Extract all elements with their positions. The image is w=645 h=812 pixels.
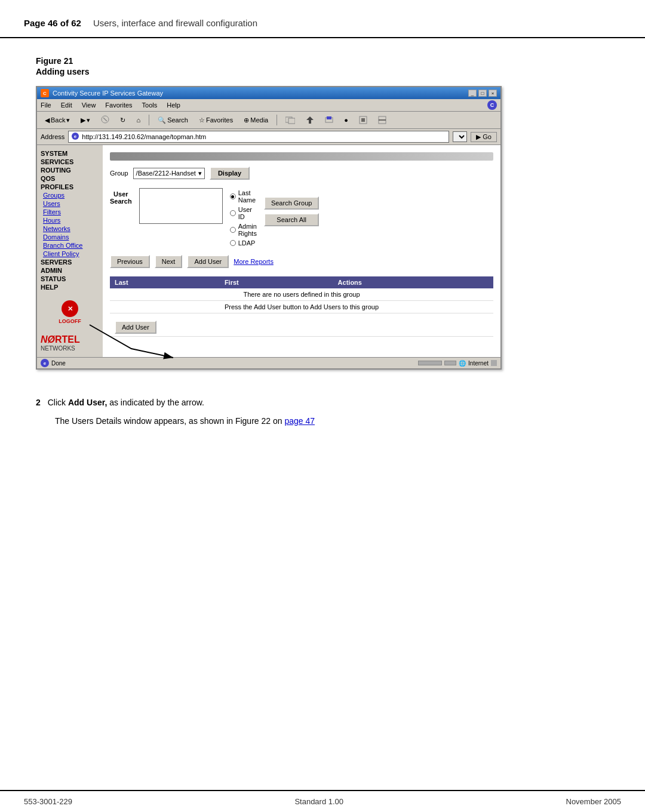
- back-arrow-icon: ◀: [45, 116, 50, 124]
- home-icon: ⌂: [136, 116, 140, 124]
- svg-text:C: C: [43, 91, 47, 96]
- nav-branch-office[interactable]: Branch Office: [41, 242, 99, 249]
- radio-dot-admin-rights: [230, 227, 236, 233]
- menu-edit[interactable]: Edit: [61, 102, 72, 109]
- figure-label: Figure 21: [36, 56, 609, 66]
- nav-buttons-row: Previous Next Add User More Reports: [110, 255, 493, 268]
- logoff-button[interactable]: ✕ LOGOFF: [41, 300, 99, 324]
- page-47-link[interactable]: page 47: [284, 416, 315, 426]
- search-area: UserSearch LastName UserID: [110, 188, 493, 247]
- col-last: Last: [110, 276, 220, 288]
- page-number: Page 46 of 62: [24, 18, 81, 28]
- nav-domains[interactable]: Domains: [41, 233, 99, 241]
- nav-admin: ADMIN: [41, 267, 99, 274]
- radio-user-id[interactable]: UserID: [230, 206, 257, 220]
- go-arrow-icon: ▶: [476, 133, 481, 141]
- address-label: Address: [41, 133, 64, 140]
- nav-profiles: PROFILES: [41, 183, 99, 190]
- menu-help[interactable]: Help: [167, 102, 180, 109]
- search-group-button[interactable]: Search Group: [264, 196, 319, 210]
- results-table: Last First Actions There are no users de…: [110, 276, 493, 337]
- footer-doc-number: 553-3001-229: [24, 797, 72, 806]
- table-row-empty-1: There are no users defined in this group: [110, 288, 493, 301]
- search-button[interactable]: 🔍 Search: [153, 115, 192, 126]
- forward-button[interactable]: ▶ ▾: [76, 115, 94, 126]
- nav-qos: QOS: [41, 175, 99, 182]
- nav-groups[interactable]: Groups: [41, 192, 99, 199]
- go-button[interactable]: ▶ Go: [471, 132, 497, 142]
- radio-label-admin-rights: AdminRights: [238, 223, 257, 237]
- back-button[interactable]: ◀ Back ▾: [41, 115, 74, 126]
- add-user-button[interactable]: Add User: [187, 255, 229, 268]
- toolbar-separator-1: [149, 115, 149, 125]
- add-user-cell: Add User: [110, 313, 493, 337]
- search-all-button[interactable]: Search All: [264, 213, 319, 226]
- menu-favorites[interactable]: Favorites: [105, 102, 132, 109]
- toolbar-btn-4[interactable]: ●: [340, 115, 352, 125]
- radio-label-user-id: UserID: [238, 206, 252, 220]
- toolbar-btn-1[interactable]: [281, 114, 299, 126]
- search-input-box[interactable]: [139, 188, 223, 224]
- nortel-logo: NØRTEL NETWORKS: [41, 334, 99, 352]
- nortel-networks: NETWORKS: [41, 345, 99, 352]
- titlebar-controls[interactable]: _ □ ×: [468, 90, 497, 97]
- radio-ldap[interactable]: LDAP: [230, 239, 257, 247]
- dropdown-arrow-icon: ▾: [66, 116, 70, 124]
- step-section: 2 Click Add User, as indicated by the ar…: [36, 396, 609, 427]
- add-user-table-button[interactable]: Add User: [115, 321, 156, 334]
- stop-icon: [101, 115, 109, 125]
- menu-view[interactable]: View: [82, 102, 96, 109]
- radio-admin-rights[interactable]: AdminRights: [230, 223, 257, 237]
- stop-button[interactable]: [97, 113, 113, 127]
- media-button[interactable]: ⊕ Media: [239, 115, 272, 126]
- logoff-text: LOGOFF: [59, 318, 81, 324]
- nav-sidebar: SYSTEM SERVICES ROUTING QOS PROFILES Gro…: [37, 145, 103, 357]
- nav-filters[interactable]: Filters: [41, 208, 99, 216]
- nav-users[interactable]: Users: [41, 200, 99, 207]
- display-button[interactable]: Display: [210, 167, 250, 180]
- menu-file[interactable]: File: [41, 102, 51, 109]
- toolbar-btn-6[interactable]: [374, 114, 391, 126]
- more-reports-link[interactable]: More Reports: [234, 258, 274, 265]
- col-first: First: [220, 276, 333, 288]
- svg-rect-7: [327, 116, 331, 119]
- nav-networks[interactable]: Networks: [41, 225, 99, 232]
- browser-toolbar: ◀ Back ▾ ▶ ▾ ↻: [37, 112, 500, 129]
- refresh-button[interactable]: ↻: [116, 115, 130, 126]
- nav-services: SERVICES: [41, 158, 99, 165]
- resize-handle-icon: [491, 360, 497, 366]
- dropdown-arrow-icon2: ▾: [87, 116, 90, 124]
- next-button[interactable]: Next: [155, 255, 183, 268]
- minimize-button[interactable]: _: [468, 90, 477, 97]
- group-select[interactable]: /Base/2212-Handset ▾: [133, 168, 205, 179]
- previous-button[interactable]: Previous: [110, 255, 150, 268]
- page-subtitle: Users, interface and firewall configurat…: [93, 18, 257, 28]
- menu-tools[interactable]: Tools: [142, 102, 158, 109]
- group-row: Group /Base/2212-Handset ▾ Display: [110, 167, 493, 180]
- close-button[interactable]: ×: [489, 90, 497, 97]
- address-dropdown[interactable]: [453, 131, 467, 142]
- media-icon: ⊕: [244, 116, 249, 124]
- radio-label-ldap: LDAP: [238, 239, 256, 247]
- radio-last-name[interactable]: LastName: [230, 189, 257, 204]
- step-detail-text: The Users Details window appears, as sho…: [55, 416, 284, 426]
- nav-hours[interactable]: Hours: [41, 217, 99, 224]
- browser-menubar: File Edit View Favorites Tools Help C: [37, 99, 500, 112]
- star-icon: ☆: [199, 116, 205, 124]
- toolbar-btn-2[interactable]: [302, 114, 318, 126]
- top-gradient-bar: [110, 152, 493, 161]
- toolbar-btn-5[interactable]: [355, 114, 371, 126]
- footer-standard: Standard 1.00: [294, 797, 343, 806]
- radio-label-last-name: LastName: [238, 189, 256, 204]
- toolbar-btn-3[interactable]: [321, 114, 337, 126]
- table-row-add-user: Add User: [110, 313, 493, 337]
- address-input[interactable]: e http://131.149.210.62/manage/topman.ht…: [68, 131, 449, 143]
- radio-dot-ldap: [230, 240, 236, 246]
- user-search-label-wrapper: UserSearch: [110, 188, 132, 205]
- maximize-button[interactable]: □: [478, 90, 487, 97]
- browser-window: C Contivity Secure IP Services Gateway _…: [36, 86, 502, 370]
- logoff-icon: ✕: [62, 300, 78, 317]
- nav-client-policy[interactable]: Client Policy: [41, 250, 99, 257]
- favorites-button[interactable]: ☆ Favorites: [195, 115, 237, 126]
- home-button[interactable]: ⌂: [132, 115, 145, 125]
